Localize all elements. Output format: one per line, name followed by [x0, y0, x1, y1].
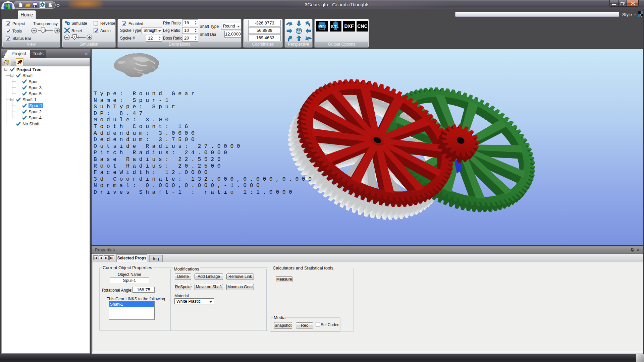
svg-text:P,: P,: [639, 14, 642, 17]
svg-text:STL: STL: [331, 24, 339, 29]
svg-text:{: {: [4, 59, 6, 65]
svg-text:Prn:: Prn:: [319, 24, 326, 28]
